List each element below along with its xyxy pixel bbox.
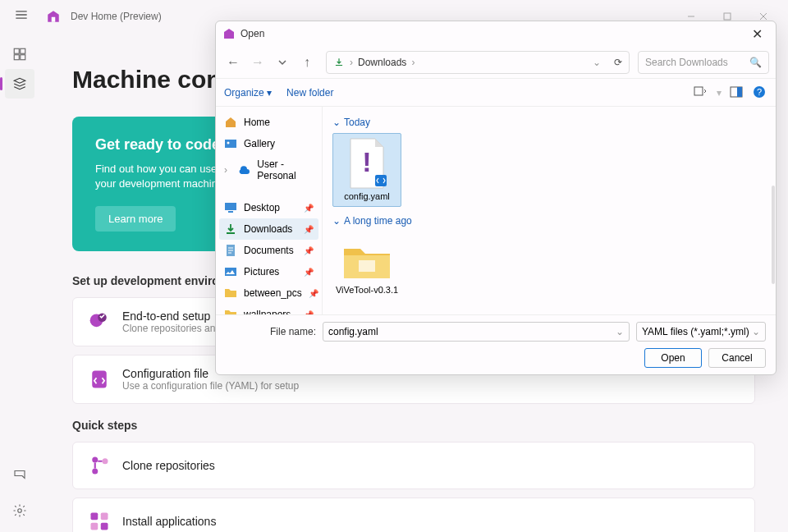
chevron-down-icon[interactable]: ⌄ xyxy=(593,57,601,68)
svg-rect-13 xyxy=(91,513,98,521)
checklist-icon xyxy=(88,310,111,333)
dialog-footer: File name: config.yaml ⌄ YAML files (*.y… xyxy=(216,314,776,374)
chevron-right-icon: › xyxy=(224,164,231,176)
svg-rect-19 xyxy=(737,87,742,97)
svg-point-6 xyxy=(18,509,22,513)
search-icon: 🔍 xyxy=(749,57,762,68)
chevron-right-icon: › xyxy=(411,57,415,68)
svg-point-11 xyxy=(92,469,98,475)
search-input[interactable]: Search Downloads 🔍 xyxy=(638,51,769,74)
card-subtitle: Use a configuration file (YAML) for setu… xyxy=(122,380,299,392)
rail-machine-config[interactable] xyxy=(5,69,34,99)
svg-text:!: ! xyxy=(362,146,371,177)
nav-gallery[interactable]: Gallery xyxy=(219,133,318,154)
rail-feedback[interactable] xyxy=(5,460,34,489)
section-quick-label: Quick steps xyxy=(72,419,755,432)
nav-forward-button[interactable]: → xyxy=(247,52,268,73)
group-long-time-ago[interactable]: ⌄A long time ago xyxy=(332,215,766,227)
nav-between-pcs[interactable]: between_pcs📌 xyxy=(219,282,318,304)
filetype-select[interactable]: YAML files (*.yaml;*.yml) ⌄ xyxy=(636,322,766,342)
pin-icon: 📌 xyxy=(304,246,314,255)
pin-icon: 📌 xyxy=(304,268,314,277)
preview-pane-button[interactable] xyxy=(730,85,744,100)
card-clone-repos[interactable]: Clone repositories xyxy=(72,442,755,489)
hamburger-menu[interactable] xyxy=(13,7,33,26)
chevron-down-icon: ⌄ xyxy=(332,117,341,128)
nav-recent-button[interactable] xyxy=(272,52,293,73)
file-config-yaml[interactable]: ! config.yaml xyxy=(332,133,401,207)
dialog-title: Open xyxy=(241,28,264,39)
dialog-close-button[interactable]: ✕ xyxy=(744,21,769,46)
folder-icon xyxy=(224,308,237,314)
rail-dashboard[interactable] xyxy=(5,39,34,69)
svg-rect-16 xyxy=(101,523,108,530)
svg-rect-2 xyxy=(14,48,19,53)
nav-user-personal[interactable]: › User - Personal xyxy=(219,154,318,186)
chevron-down-icon[interactable]: ⌄ xyxy=(616,326,624,337)
group-today[interactable]: ⌄Today xyxy=(332,117,766,128)
pictures-icon xyxy=(224,265,237,278)
nav-pictures[interactable]: Pictures📌 xyxy=(219,261,318,282)
rail-settings[interactable] xyxy=(5,496,34,525)
chevron-down-icon: ⌄ xyxy=(332,215,341,227)
svg-point-10 xyxy=(92,457,98,463)
nav-home[interactable]: Home xyxy=(219,112,318,133)
pin-icon: 📌 xyxy=(309,289,318,298)
nav-up-button[interactable]: ↑ xyxy=(296,52,318,73)
document-icon xyxy=(224,244,237,257)
svg-rect-22 xyxy=(225,140,236,148)
cloud-icon xyxy=(237,163,250,177)
nav-rail xyxy=(0,33,39,532)
breadcrumb-downloads[interactable]: Downloads xyxy=(358,57,406,68)
new-folder-button[interactable]: New folder xyxy=(286,87,333,99)
dialog-body: Home Gallery › User - Personal Desktop📌 … xyxy=(216,107,776,314)
organize-menu[interactable]: Organize ▾ xyxy=(224,87,272,99)
svg-point-23 xyxy=(227,142,230,144)
cancel-button[interactable]: Cancel xyxy=(708,348,766,368)
folder-icon xyxy=(224,287,237,300)
home-icon xyxy=(224,116,237,129)
help-button[interactable]: ? xyxy=(753,85,767,100)
branch-icon xyxy=(88,454,111,477)
yaml-file-icon: ! xyxy=(341,137,393,190)
nav-downloads[interactable]: Downloads📌 xyxy=(219,218,318,240)
svg-rect-9 xyxy=(92,371,107,388)
svg-rect-25 xyxy=(228,211,233,213)
download-icon xyxy=(333,57,345,68)
folder-icon xyxy=(341,242,393,282)
svg-rect-5 xyxy=(21,55,25,60)
dialog-nav-tree: Home Gallery › User - Personal Desktop📌 … xyxy=(216,107,323,314)
pin-icon: 📌 xyxy=(304,204,314,213)
file-open-dialog: Open ✕ ← → ↑ › Downloads › ⌄ ⟳ Search Do… xyxy=(215,21,777,375)
svg-rect-4 xyxy=(14,55,19,60)
dialog-titlebar: Open ✕ xyxy=(216,21,776,46)
nav-documents[interactable]: Documents📌 xyxy=(219,240,318,261)
svg-rect-0 xyxy=(52,17,56,22)
dialog-toolbar: ← → ↑ › Downloads › ⌄ ⟳ Search Downloads… xyxy=(216,46,776,79)
chevron-right-icon: › xyxy=(350,57,353,68)
pin-icon: 📌 xyxy=(304,225,314,234)
nav-back-button[interactable]: ← xyxy=(222,52,244,73)
card-title: Install applications xyxy=(122,515,216,528)
file-icon xyxy=(88,368,111,391)
svg-rect-27 xyxy=(225,268,236,276)
gallery-icon xyxy=(224,137,237,150)
card-title: Clone repositories xyxy=(122,459,215,472)
open-button[interactable]: Open xyxy=(644,348,702,368)
filename-input[interactable]: config.yaml ⌄ xyxy=(323,322,630,342)
chevron-down-icon: ⌄ xyxy=(752,326,760,337)
nav-wallpapers[interactable]: wallpapers📌 xyxy=(219,304,318,314)
scrollbar[interactable] xyxy=(772,186,775,284)
search-placeholder: Search Downloads xyxy=(645,57,728,68)
desktop-icon xyxy=(224,201,237,214)
svg-rect-1 xyxy=(724,13,731,20)
svg-rect-15 xyxy=(91,523,98,530)
folder-vivetool[interactable]: ViVeTool-v0.3.1 xyxy=(332,232,401,300)
address-bar[interactable]: › Downloads › ⌄ ⟳ xyxy=(326,51,630,74)
learn-more-button[interactable]: Learn more xyxy=(95,206,176,232)
card-install-apps[interactable]: Install applications xyxy=(72,498,755,532)
nav-desktop[interactable]: Desktop📌 xyxy=(219,197,318,218)
refresh-button[interactable]: ⟳ xyxy=(614,57,622,68)
view-options-button[interactable] xyxy=(694,85,708,100)
app-icon xyxy=(46,9,61,24)
